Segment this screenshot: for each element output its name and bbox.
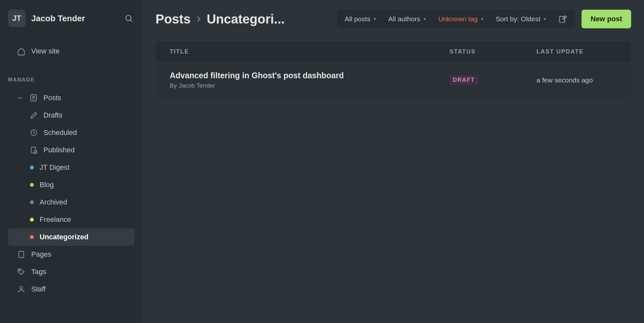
- avatar[interactable]: JT: [8, 10, 25, 27]
- breadcrumb-current: Uncategori...: [207, 12, 285, 26]
- table-row[interactable]: Advanced filtering in Ghost's post dashb…: [156, 62, 631, 98]
- search-icon: [124, 14, 133, 23]
- svg-point-0: [126, 15, 131, 21]
- compose-icon: [558, 14, 567, 24]
- dot-icon: [30, 235, 34, 239]
- chevron-down-icon: ▼: [373, 17, 377, 21]
- sidebar-item-archived[interactable]: Archived: [8, 194, 135, 211]
- filter-sort[interactable]: Sort by: Oldest ▼: [490, 10, 553, 28]
- sidebar: JT Jacob Tender View site MANAGE Posts D…: [0, 0, 143, 323]
- filter-label: Unknown tag: [438, 15, 478, 23]
- search-button[interactable]: [123, 13, 135, 24]
- filter-tag[interactable]: Unknown tag ▼: [432, 10, 490, 28]
- sidebar-item-freelance[interactable]: Freelance: [8, 211, 135, 228]
- main-content: Posts Uncategori... All posts ▼ All auth…: [143, 0, 644, 323]
- sidebar-item-staff[interactable]: Staff: [8, 280, 135, 298]
- breadcrumb-root[interactable]: Posts: [156, 12, 191, 26]
- status-cell: DRAFT: [450, 75, 536, 85]
- svg-point-11: [20, 286, 23, 289]
- svg-point-8: [34, 150, 37, 154]
- pages-icon: [17, 250, 25, 259]
- filter-authors[interactable]: All authors ▼: [383, 10, 432, 28]
- post-title: Advanced filtering in Ghost's post dashb…: [170, 71, 450, 80]
- update-cell: a few seconds ago: [536, 76, 617, 84]
- sidebar-item-label: Blog: [40, 181, 54, 189]
- sidebar-item-label: Scheduled: [43, 128, 77, 137]
- chevron-right-icon: [194, 14, 204, 24]
- sidebar-item-scheduled[interactable]: Scheduled: [8, 124, 135, 141]
- sidebar-item-blog[interactable]: Blog: [8, 176, 135, 194]
- sidebar-item-published[interactable]: Published: [8, 141, 135, 159]
- col-header-title: TITLE: [170, 48, 450, 55]
- chevron-down-icon: ▼: [423, 17, 427, 21]
- doc-check-icon: [30, 146, 38, 154]
- sidebar-item-drafts[interactable]: Drafts: [8, 107, 135, 124]
- sidebar-item-label: Drafts: [43, 111, 62, 119]
- view-site-link[interactable]: View site: [8, 43, 135, 59]
- filter-bar: All posts ▼ All authors ▼ Unknown tag ▼ …: [337, 10, 575, 28]
- compose-button[interactable]: [553, 10, 573, 28]
- post-cell: Advanced filtering in Ghost's post dashb…: [170, 71, 450, 89]
- sidebar-item-posts[interactable]: Posts: [8, 89, 135, 107]
- filter-label: All authors: [388, 15, 420, 23]
- status-badge: DRAFT: [450, 75, 478, 85]
- sidebar-item-tags[interactable]: Tags: [8, 263, 135, 280]
- sidebar-item-label: Uncategorized: [40, 233, 89, 241]
- topbar: Posts Uncategori... All posts ▼ All auth…: [156, 10, 631, 28]
- sidebar-item-label: Published: [43, 146, 75, 154]
- svg-line-1: [130, 20, 132, 22]
- sidebar-item-pages[interactable]: Pages: [8, 246, 135, 263]
- view-site-label: View site: [31, 47, 60, 55]
- chevron-down-icon: [17, 95, 24, 101]
- dot-icon: [30, 200, 34, 204]
- col-header-status: STATUS: [450, 48, 536, 55]
- sidebar-item-label: Pages: [31, 250, 51, 259]
- sidebar-item-label: Archived: [40, 198, 67, 206]
- dot-icon: [30, 218, 34, 222]
- section-label-manage: MANAGE: [8, 77, 135, 83]
- sidebar-item-label: Tags: [31, 268, 46, 276]
- site-name[interactable]: Jacob Tender: [31, 14, 117, 24]
- filter-posts[interactable]: All posts ▼: [339, 10, 383, 28]
- sidebar-item-label: Posts: [43, 94, 61, 102]
- post-author: By Jacob Tender: [170, 82, 450, 89]
- posts-icon: [29, 94, 38, 102]
- filter-label: All posts: [345, 15, 370, 23]
- breadcrumb: Posts Uncategori...: [156, 12, 331, 26]
- sidebar-item-label: JT Digest: [40, 163, 70, 172]
- dot-icon: [30, 183, 34, 187]
- col-header-update: LAST UPDATE: [536, 48, 617, 55]
- filter-label: Sort by: Oldest: [496, 15, 540, 23]
- sidebar-item-uncategorized[interactable]: Uncategorized: [8, 228, 135, 246]
- pencil-icon: [30, 111, 38, 119]
- new-post-button[interactable]: New post: [582, 10, 631, 28]
- svg-point-10: [19, 270, 20, 271]
- chevron-down-icon: ▼: [480, 17, 484, 21]
- posts-table: TITLE STATUS LAST UPDATE Advanced filter…: [156, 41, 631, 98]
- sidebar-item-jt-digest[interactable]: JT Digest: [8, 159, 135, 176]
- sidebar-header: JT Jacob Tender: [8, 10, 135, 27]
- dot-icon: [30, 166, 34, 169]
- table-header: TITLE STATUS LAST UPDATE: [156, 41, 631, 62]
- svg-rect-9: [19, 251, 24, 258]
- home-icon: [17, 47, 25, 55]
- user-icon: [17, 285, 25, 293]
- tag-icon: [17, 268, 25, 276]
- clock-icon: [30, 129, 38, 137]
- sidebar-item-label: Staff: [31, 285, 46, 293]
- chevron-down-icon: ▼: [543, 17, 547, 21]
- sidebar-item-label: Freelance: [40, 215, 71, 224]
